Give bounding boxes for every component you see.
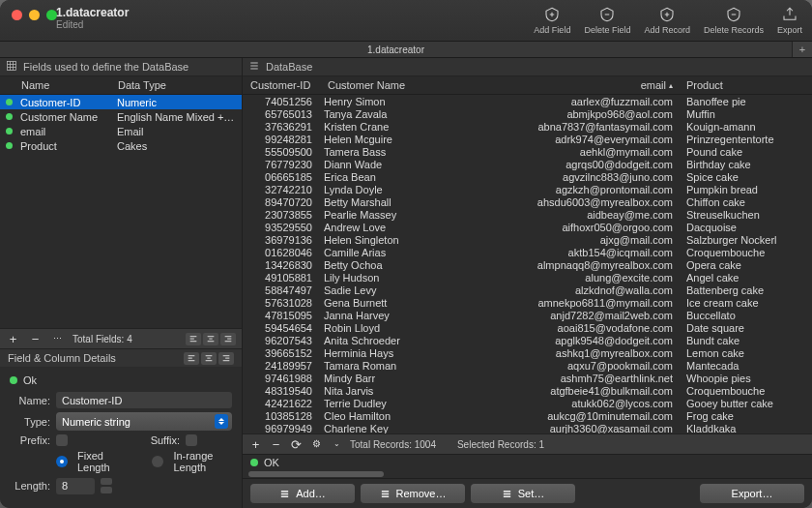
align-center-icon[interactable] [201, 352, 217, 365]
table-row[interactable]: 96979949Charlene Keyaurjh3360@xasamail.c… [243, 422, 812, 433]
table-row[interactable]: 24189957Tamara Romanaqxu7@pookmail.comMa… [243, 359, 812, 372]
table-row[interactable]: 47815095Janna Harveyanjd7282@mail2web.co… [243, 309, 812, 321]
table-row[interactable]: 76779230Diann Wadeagrqs00@dodgeit.comBir… [243, 158, 812, 170]
table-row[interactable]: 58847497Sadie Levyalzkdnof@walla.comBatt… [243, 284, 812, 296]
set-button[interactable]: Set… [471, 484, 575, 503]
new-tab-button[interactable]: + [792, 42, 812, 57]
table-row[interactable]: 23073855Pearlie Masseyaidbeay@me.comStre… [243, 208, 812, 221]
table-row[interactable]: 65765013Tanya Zavalaabmjkpo968@aol.comMu… [243, 107, 812, 120]
suffix-label: Suffix: [151, 434, 180, 446]
align-center-icon[interactable] [203, 333, 218, 345]
cell-name: Pearlie Massey [316, 209, 430, 221]
export-footer-button[interactable]: Export… [700, 484, 804, 503]
fixed-length-radio[interactable] [56, 456, 68, 467]
cell-email: ahsdu6003@myrealbox.com [430, 196, 679, 208]
table-row[interactable]: 13426830Betty Ochoaalmpnaqq8@myrealbox.c… [243, 258, 812, 271]
col-product[interactable]: Product [679, 79, 812, 91]
table-row[interactable]: 55509500Tamera Bassaehkl@mymail.comPound… [243, 145, 812, 158]
settings-icon[interactable]: ⚙ [309, 437, 324, 452]
cell-id: 76779230 [243, 159, 316, 170]
minimize-window[interactable] [29, 10, 40, 20]
length-input[interactable] [56, 478, 95, 494]
table-row[interactable]: 01628046Camille Ariasaktb154@icqmail.com… [243, 246, 812, 258]
window-controls [12, 10, 57, 20]
col-name[interactable]: Name [17, 79, 118, 91]
table-row[interactable]: 93529550Andrew Loveaifhoxr050@orgoo.comD… [243, 221, 812, 233]
cell-product: Kouign-amann [679, 121, 812, 133]
table-row[interactable]: 37636291Kristen Craneabna7837@fantasymai… [243, 120, 812, 133]
suffix-checkbox[interactable] [186, 434, 197, 446]
horizontal-scrollbar[interactable] [243, 470, 812, 478]
add-field-icon [542, 6, 562, 23]
table-row[interactable]: 74051256Henry Simonaarlex@fuzzmail.comBa… [243, 95, 812, 107]
col-customer-name[interactable]: Customer Name [320, 79, 434, 91]
cell-id: 13426830 [243, 259, 316, 271]
name-input[interactable] [56, 392, 232, 408]
table-row[interactable]: 10385128Cleo Hamiltonaukcg@10minutemail.… [243, 409, 812, 422]
table-row[interactable]: 06665185Erica Beanagvzilnc883@juno.comSp… [243, 170, 812, 183]
align-left-icon[interactable] [186, 333, 201, 345]
table-row[interactable]: 59454654Robin Lloydaoai815@vodafone.comD… [243, 321, 812, 334]
table-row[interactable]: 49105881Lily Hudsonalung@excite.comAngel… [243, 271, 812, 284]
field-name: email [20, 126, 109, 137]
app-window: 1.datacreator Edited Add Field Delete Fi… [0, 0, 812, 508]
delete-records-button[interactable]: Delete Records [704, 6, 764, 35]
field-row[interactable]: Customer-IDNumeric [0, 95, 242, 109]
cell-product: Salzburger Nockerl [679, 234, 812, 246]
length-stepper[interactable] [101, 477, 112, 494]
list-icon [248, 60, 260, 74]
cell-product: Frog cake [679, 410, 812, 422]
cell-name: Robin Lloyd [316, 322, 430, 334]
toolbar: Add Field Delete Field Add Record Delete… [534, 6, 802, 35]
table-row[interactable]: 32742210Lynda Doyleagzkzh@prontomail.com… [243, 183, 812, 195]
align-right-icon[interactable] [220, 333, 236, 345]
remove-button[interactable]: Remove… [361, 484, 465, 503]
table-row[interactable]: 89470720Betty Marshallahsdu6003@myrealbo… [243, 195, 812, 208]
delete-field-button[interactable]: Delete Field [584, 6, 630, 35]
cell-email: agrqs00@dodgeit.com [430, 159, 679, 170]
add-field-small[interactable]: + [6, 332, 20, 346]
prefix-checkbox[interactable] [56, 434, 68, 446]
remove-field-small[interactable]: − [28, 332, 43, 346]
refresh-icon[interactable]: ⟳ [289, 437, 304, 452]
status-ok: OK [264, 457, 279, 468]
table-row[interactable]: 39665152Herminia Haysashkq1@myrealbox.co… [243, 346, 812, 359]
table-row[interactable]: 48319540Nita Jarvisatgfbeie41@bulkmail.c… [243, 384, 812, 397]
field-row[interactable]: emailEmail [0, 124, 242, 138]
field-row[interactable]: Customer NameEnglish Name Mixed + Surna… [0, 109, 242, 124]
close-window[interactable] [12, 10, 22, 20]
document-status: Edited [56, 19, 129, 30]
add-record-button[interactable]: Add Record [644, 6, 690, 35]
align-right-icon[interactable] [218, 352, 234, 365]
align-left-icon[interactable] [184, 352, 199, 365]
cell-product: Banoffee pie [679, 96, 812, 107]
document-title: 1.datacreator [56, 6, 129, 19]
add-record-small[interactable]: + [248, 437, 263, 452]
remove-record-small[interactable]: − [269, 437, 283, 452]
name-label: Name: [10, 395, 50, 406]
table-row[interactable]: 96207543Anita Schroederapglk9548@dodgeit… [243, 334, 812, 346]
col-type[interactable]: Data Type [118, 79, 242, 91]
table-body[interactable]: 74051256Henry Simonaarlex@fuzzmail.comBa… [243, 95, 812, 433]
cell-email: anjd7282@mail2web.com [430, 310, 679, 321]
range-length-radio[interactable] [152, 456, 163, 467]
document-tab[interactable]: 1.datacreator [0, 45, 792, 55]
col-email[interactable]: email▴ [434, 79, 679, 91]
table-row[interactable]: 42421622Terrie Dudleyatukk062@lycos.comG… [243, 397, 812, 409]
type-select[interactable]: Numeric string [56, 412, 232, 431]
add-field-button[interactable]: Add Field [534, 6, 570, 35]
dropdown-icon[interactable]: ⌄ [330, 437, 344, 452]
cell-product: Spice cake [679, 171, 812, 183]
table-row[interactable]: 97461988Mindy Barrashmh75@earthlink.netW… [243, 372, 812, 384]
export-button[interactable]: Export [777, 6, 802, 35]
add-button[interactable]: Add… [250, 484, 355, 503]
cell-email: aehkl@mymail.com [430, 146, 679, 158]
action-field-small[interactable]: ⋯ [50, 332, 65, 346]
status-dot [10, 376, 17, 384]
cell-id: 55509500 [243, 146, 316, 158]
col-customer-id[interactable]: Customer-ID [243, 79, 320, 91]
table-row[interactable]: 99248281Helen Mcguireadrk974@everymail.c… [243, 133, 812, 145]
table-row[interactable]: 57631028Gena Burnettamnekpo6811@mymail.c… [243, 296, 812, 309]
table-row[interactable]: 36979136Helen Singletonajxg@mail.comSalz… [243, 233, 812, 246]
field-row[interactable]: ProductCakes [0, 138, 242, 153]
